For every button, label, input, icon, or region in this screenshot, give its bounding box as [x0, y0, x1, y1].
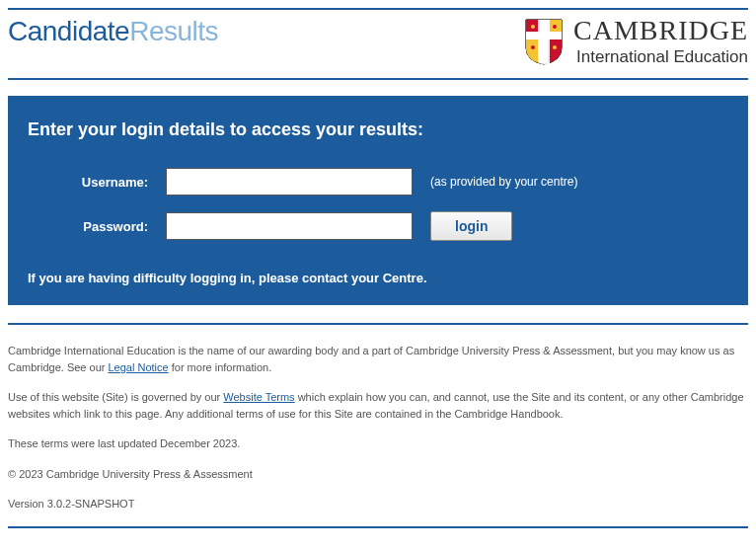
cambridge-subtitle: International Education [576, 48, 748, 67]
cambridge-logo-block: CAMBRIDGE International Education [524, 16, 748, 66]
username-label: Username: [28, 175, 166, 190]
bottom-border [8, 526, 748, 528]
password-row: Password: login [28, 211, 728, 241]
svg-point-5 [531, 45, 535, 49]
login-help-text: If you are having difficulty logging in,… [28, 271, 728, 285]
legal-notice-link[interactable]: Legal Notice [109, 361, 169, 373]
footer-para-1: Cambridge International Education is the… [8, 343, 748, 375]
header: CandidateResults CAMBRIDGE [8, 10, 748, 78]
cambridge-shield-icon [524, 18, 564, 65]
svg-point-4 [553, 25, 557, 29]
svg-rect-2 [526, 33, 562, 39]
website-terms-link[interactable]: Website Terms [223, 391, 294, 403]
svg-point-6 [553, 45, 557, 49]
footer-version: Version 3.0.2-SNAPSHOT [8, 496, 748, 513]
brand-part1: Candidate [8, 16, 129, 46]
header-divider [8, 78, 748, 80]
password-input[interactable] [166, 212, 413, 240]
password-label: Password: [28, 219, 166, 234]
username-row: Username: (as provided by your centre) [28, 168, 728, 196]
footer-para-3: These terms were last updated December 2… [8, 435, 748, 452]
login-button[interactable]: login [430, 211, 512, 241]
cambridge-name: CAMBRIDGE [573, 16, 748, 46]
username-input[interactable] [166, 168, 413, 196]
footer: Cambridge International Education is the… [8, 343, 748, 513]
site-title: CandidateResults [8, 16, 218, 47]
login-heading: Enter your login details to access your … [28, 119, 728, 140]
section-divider [8, 323, 748, 325]
footer-para-2: Use of this website (Site) is governed b… [8, 389, 748, 422]
footer-copyright: © 2023 Cambridge University Press & Asse… [8, 466, 748, 483]
username-hint: (as provided by your centre) [430, 175, 577, 189]
svg-rect-1 [540, 20, 548, 63]
svg-point-3 [531, 25, 535, 29]
login-panel: Enter your login details to access your … [8, 96, 748, 305]
brand-part2: Results [129, 16, 218, 46]
